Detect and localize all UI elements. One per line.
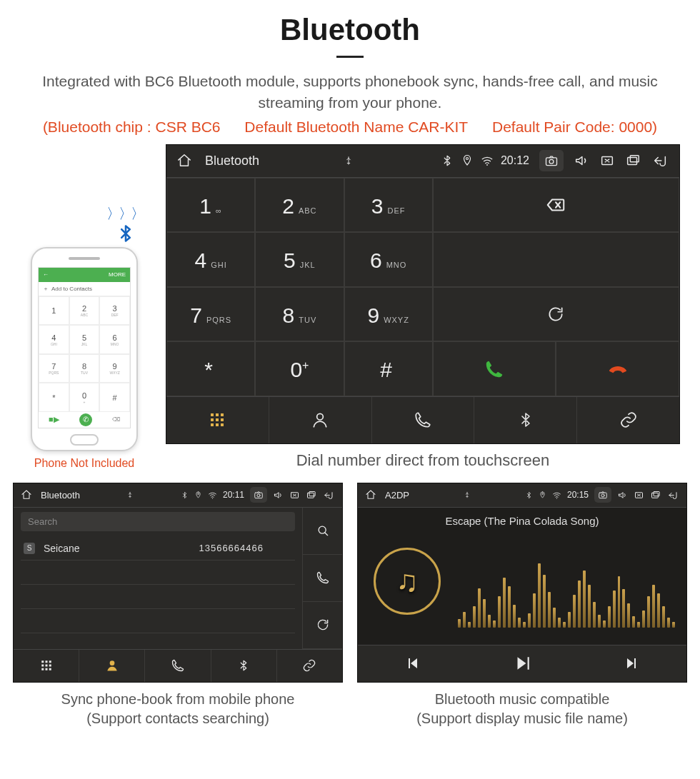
recent-apps-icon[interactable] (306, 490, 316, 501)
contacts-caption: Sync phone-book from mobile phone(Suppor… (13, 690, 343, 728)
prev-button[interactable] (358, 645, 467, 682)
dialer-key[interactable]: * (166, 341, 255, 396)
dialer-key[interactable]: 2ABC (255, 178, 344, 233)
refresh-button[interactable] (433, 287, 679, 342)
contact-tag: S (24, 543, 35, 554)
dialer-key[interactable]: 4GHI (166, 232, 255, 287)
phone-keypad: 12ABC3DEF4GHI5JKL6MNO7PQRS8TUV9WXYZ*0+# (39, 296, 130, 412)
dialer-key[interactable]: # (344, 341, 433, 396)
phone-action-row: ■▶ ✆ ⌫ (39, 412, 130, 428)
phone-mockup: 〉〉〉 ← MORE ＋ Add to Contacts 12ABC3DEF4G… (20, 226, 149, 470)
dialer-key[interactable]: 8TUV (255, 287, 344, 342)
phone-key: 4GHI (39, 325, 69, 354)
bluetooth-signal-icon: 〉〉〉 (116, 221, 136, 246)
dialer-actions (433, 178, 679, 396)
contacts-list: Search S Seicane 13566664466 (14, 508, 302, 649)
volume-icon[interactable] (273, 490, 284, 501)
hangup-button[interactable] (556, 341, 679, 396)
volume-icon[interactable] (617, 490, 628, 501)
wifi-icon (552, 491, 561, 500)
phone-key: 6MNO (99, 325, 130, 354)
backspace-button[interactable] (433, 178, 679, 233)
dialer-title: Bluetooth (205, 154, 259, 169)
location-icon (194, 491, 202, 499)
song-title: Escape (The Pina Colada Song) (358, 508, 686, 534)
nav-calllog[interactable] (371, 397, 474, 443)
contact-number: 13566664466 (199, 543, 264, 553)
contact-row[interactable]: S Seicane 13566664466 (21, 537, 295, 561)
phone-key: 8TUV (69, 354, 100, 383)
close-app-icon[interactable] (289, 490, 300, 501)
dialer-keypad: 1∞2ABC3DEF4GHI5JKL6MNO7PQRS8TUV9WXYZ*0+# (166, 178, 433, 396)
back-icon[interactable] (322, 490, 335, 501)
dialer-key[interactable]: 9WXYZ (344, 287, 433, 342)
phone-screen: ← MORE ＋ Add to Contacts 12ABC3DEF4GHI5J… (38, 267, 131, 428)
call-button[interactable] (303, 555, 342, 602)
close-app-icon[interactable] (634, 490, 644, 501)
status-icons: 20:12 (441, 154, 529, 167)
nav-bluetooth[interactable] (474, 397, 576, 443)
dialer-key[interactable]: 3DEF (344, 178, 433, 233)
phone-key: 3DEF (99, 296, 130, 326)
player-controls (358, 645, 686, 682)
nav-pair[interactable] (576, 397, 679, 443)
nav-contacts[interactable] (79, 650, 144, 682)
recent-apps-icon[interactable] (625, 153, 641, 169)
search-input[interactable]: Search (21, 512, 295, 531)
clock: 20:11 (223, 490, 244, 500)
phone-add-contacts: ＋ Add to Contacts (39, 282, 130, 296)
camera-button[interactable] (250, 487, 267, 503)
home-icon[interactable] (176, 153, 192, 169)
nav-contacts[interactable] (269, 397, 371, 443)
phone-add-contacts-label: Add to Contacts (51, 286, 92, 292)
next-button[interactable] (577, 645, 686, 682)
page-title: Bluetooth (0, 13, 700, 47)
music-body: Escape (The Pina Colada Song) ♫ (358, 508, 686, 645)
spec-chip: (Bluetooth chip : CSR BC6 (43, 119, 221, 136)
phone-body: ← MORE ＋ Add to Contacts 12ABC3DEF4GHI5J… (31, 247, 138, 451)
dialer-nav (166, 396, 679, 443)
call-button[interactable] (433, 341, 556, 396)
close-app-icon[interactable] (599, 153, 615, 169)
nav-calllog[interactable] (144, 650, 210, 682)
dialer-key[interactable]: 5JKL (255, 232, 344, 287)
camera-button[interactable] (539, 150, 564, 171)
dialer-key[interactable]: 1∞ (166, 178, 255, 233)
back-icon[interactable] (651, 153, 669, 169)
back-icon[interactable] (666, 490, 679, 501)
contacts-topbar: Bluetooth 20:11 (14, 483, 342, 508)
bluetooth-icon (441, 154, 454, 167)
list-item (21, 561, 295, 585)
play-pause-button[interactable] (467, 645, 576, 682)
phone-more: MORE (109, 271, 126, 278)
phone-home-button (70, 434, 99, 446)
phone-topbar: ← MORE (39, 268, 130, 282)
nav-keypad[interactable] (14, 650, 79, 682)
phone-del-icon: ⌫ (112, 416, 120, 423)
music-note-icon: ♫ (396, 564, 419, 598)
phone-key: 5JKL (69, 325, 100, 354)
dialer-key[interactable]: 7PQRS (166, 287, 255, 342)
clock: 20:15 (567, 490, 589, 500)
wifi-icon (208, 491, 217, 500)
volume-icon[interactable] (574, 153, 589, 169)
dialer-key[interactable]: 6MNO (344, 232, 433, 287)
dialer-caption: Dial number direct from touchscreen (166, 451, 680, 470)
nav-keypad[interactable] (166, 397, 269, 443)
wifi-icon (481, 154, 494, 167)
phone-video-icon: ■▶ (49, 415, 59, 424)
contacts-nav (14, 649, 342, 682)
recent-apps-icon[interactable] (650, 490, 661, 501)
usb-icon (464, 491, 471, 498)
home-icon[interactable] (21, 489, 32, 501)
phone-key: 1 (39, 296, 69, 326)
location-icon (461, 154, 474, 167)
nav-bluetooth[interactable] (211, 650, 276, 682)
nav-pair[interactable] (276, 650, 342, 682)
dialer-key[interactable]: 0+ (255, 341, 344, 396)
contacts-title: Bluetooth (41, 490, 80, 501)
sync-button[interactable] (303, 602, 342, 649)
search-button[interactable] (303, 508, 342, 555)
home-icon[interactable] (365, 489, 376, 501)
camera-button[interactable] (594, 487, 611, 503)
